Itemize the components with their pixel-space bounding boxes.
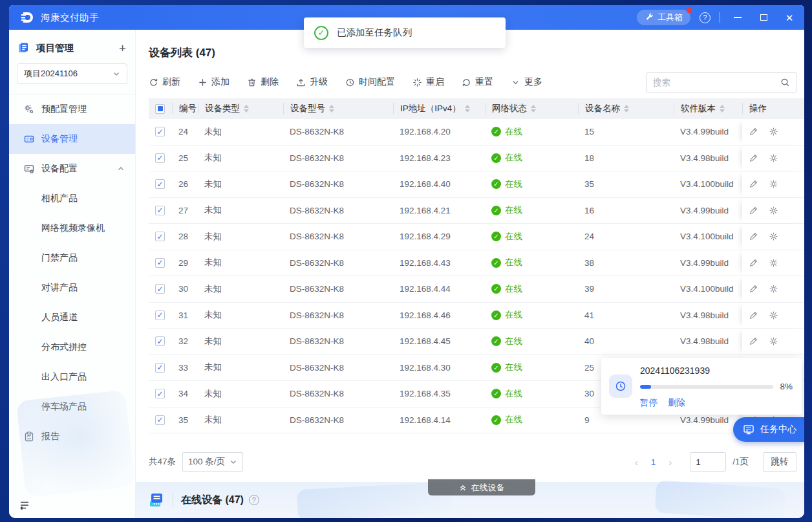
header-name[interactable]: 设备名称 bbox=[578, 103, 674, 114]
row-checkbox[interactable]: ✓ bbox=[155, 310, 165, 320]
close-icon: ✕ bbox=[785, 13, 794, 23]
edit-icon[interactable] bbox=[749, 232, 758, 241]
jump-button[interactable]: 跳转 bbox=[763, 452, 796, 472]
sidebar-subitem[interactable]: 相机产品 bbox=[9, 184, 135, 213]
sidebar-subitem[interactable]: 网络视频录像机 bbox=[9, 213, 135, 243]
row-checkbox[interactable]: ✓ bbox=[155, 258, 165, 268]
toolbox-button[interactable]: 工具箱 bbox=[637, 10, 690, 25]
row-checkbox[interactable]: ✓ bbox=[155, 389, 165, 398]
restart-button[interactable]: 重启 bbox=[412, 76, 444, 88]
cell-operations bbox=[742, 276, 804, 302]
edit-icon[interactable] bbox=[749, 258, 758, 268]
sort-icon[interactable] bbox=[465, 105, 470, 113]
header-ip[interactable]: IP地址（IPv4） bbox=[393, 103, 485, 114]
online-device-help-button[interactable]: ? bbox=[249, 495, 259, 505]
collapse-sidebar-button[interactable] bbox=[18, 499, 31, 512]
maximize-button[interactable] bbox=[755, 9, 772, 26]
delete-label: 删除 bbox=[261, 76, 279, 88]
edit-icon[interactable] bbox=[749, 206, 758, 215]
edit-icon[interactable] bbox=[749, 153, 758, 163]
row-checkbox[interactable]: ✓ bbox=[155, 415, 165, 425]
sidebar-subitem[interactable]: 人员通道 bbox=[9, 303, 135, 332]
row-checkbox[interactable]: ✓ bbox=[155, 363, 165, 373]
project-select[interactable]: 项目20241106 bbox=[17, 63, 127, 84]
app-logo-icon bbox=[19, 10, 35, 25]
header-type[interactable]: 设备类型 bbox=[198, 103, 283, 114]
search-icon[interactable] bbox=[780, 78, 790, 87]
sidebar-item-device-management[interactable]: 设备管理 bbox=[9, 124, 135, 154]
row-checkbox[interactable]: ✓ bbox=[155, 206, 165, 215]
sidebar-item-report[interactable]: 报告 bbox=[9, 422, 135, 451]
sidebar-item-preconfig[interactable]: 预配置管理 bbox=[9, 94, 135, 124]
upgrade-button[interactable]: 升级 bbox=[296, 76, 328, 88]
minimize-button[interactable] bbox=[729, 9, 746, 26]
refresh-button[interactable]: 刷新 bbox=[149, 76, 180, 88]
pause-task-link[interactable]: 暂停 bbox=[640, 397, 657, 409]
sort-icon[interactable] bbox=[329, 105, 334, 113]
row-checkbox[interactable]: ✓ bbox=[155, 127, 165, 136]
settings-gear-icon[interactable] bbox=[769, 310, 778, 320]
more-button[interactable]: 更多 bbox=[511, 76, 542, 88]
online-status-icon: ✓ bbox=[491, 336, 501, 346]
sidebar-subitem[interactable]: 门禁产品 bbox=[9, 243, 135, 273]
add-project-button[interactable]: + bbox=[119, 42, 126, 54]
settings-gear-icon[interactable] bbox=[769, 284, 778, 294]
settings-gear-icon[interactable] bbox=[769, 153, 778, 163]
row-checkbox[interactable]: ✓ bbox=[155, 336, 165, 346]
online-device-tab[interactable]: 在线设备 bbox=[428, 479, 535, 495]
sidebar-subitem[interactable]: 分布式拼控 bbox=[9, 332, 135, 362]
header-status[interactable]: 网络状态 bbox=[485, 103, 578, 114]
prev-page-button[interactable]: ‹ bbox=[632, 457, 641, 468]
task-center-button[interactable]: 任务中心 bbox=[733, 417, 804, 442]
help-button[interactable]: ? bbox=[700, 12, 710, 23]
settings-gear-icon[interactable] bbox=[769, 206, 778, 215]
row-checkbox[interactable]: ✓ bbox=[155, 232, 165, 241]
success-check-icon: ✓ bbox=[314, 26, 328, 40]
cell-no: 32 bbox=[172, 336, 198, 346]
reset-label: 重置 bbox=[475, 76, 493, 88]
sidebar-item-device-config[interactable]: 设备配置 bbox=[9, 154, 135, 184]
search-input[interactable] bbox=[653, 78, 780, 87]
sort-icon[interactable] bbox=[720, 105, 725, 113]
cell-status: ✓在线 bbox=[485, 388, 578, 400]
online-status-icon: ✓ bbox=[491, 258, 501, 268]
sort-icon[interactable] bbox=[624, 105, 629, 113]
add-button[interactable]: 添加 bbox=[198, 76, 230, 88]
cell-model: DS-8632N-K8 bbox=[283, 310, 393, 320]
header-version[interactable]: 软件版本 bbox=[674, 103, 742, 114]
settings-gear-icon[interactable] bbox=[769, 127, 778, 136]
edit-icon[interactable] bbox=[749, 310, 758, 320]
edit-icon[interactable] bbox=[749, 127, 758, 136]
delete-button[interactable]: 删除 bbox=[247, 76, 279, 88]
toolbox-label: 工具箱 bbox=[657, 12, 683, 23]
cell-no: 28 bbox=[172, 232, 198, 241]
sort-icon[interactable] bbox=[244, 105, 249, 113]
time-config-button[interactable]: 时间配置 bbox=[345, 76, 395, 88]
next-page-button[interactable]: › bbox=[666, 457, 674, 468]
settings-gear-icon[interactable] bbox=[769, 258, 778, 268]
page-size-select[interactable]: 100 条/页 bbox=[182, 452, 243, 472]
sidebar-subitem[interactable]: 对讲产品 bbox=[9, 273, 135, 303]
jump-page-input[interactable] bbox=[690, 452, 726, 472]
table-row: ✓ 28 未知 DS-8632N-K8 192.168.4.29 ✓在线 24 … bbox=[149, 224, 804, 250]
row-checkbox[interactable]: ✓ bbox=[155, 179, 165, 189]
row-checkbox[interactable]: ✓ bbox=[155, 284, 165, 294]
sidebar-subitem[interactable]: 停车场产品 bbox=[9, 392, 135, 422]
reset-button[interactable]: 重置 bbox=[462, 76, 493, 88]
edit-icon[interactable] bbox=[749, 284, 758, 294]
edit-icon[interactable] bbox=[749, 336, 758, 346]
delete-task-link[interactable]: 删除 bbox=[668, 397, 685, 409]
cell-version: V3.4.100build bbox=[674, 284, 742, 294]
sort-icon[interactable] bbox=[531, 105, 536, 113]
sidebar-subitem[interactable]: 出入口产品 bbox=[9, 362, 135, 392]
settings-gear-icon[interactable] bbox=[769, 336, 778, 346]
header-model[interactable]: 设备型号 bbox=[283, 103, 393, 114]
total-count: 共47条 bbox=[149, 456, 176, 468]
edit-icon[interactable] bbox=[749, 179, 758, 189]
settings-gear-icon[interactable] bbox=[769, 179, 778, 189]
row-checkbox[interactable]: ✓ bbox=[155, 153, 165, 163]
close-button[interactable]: ✕ bbox=[781, 9, 798, 26]
page-number[interactable]: 1 bbox=[647, 457, 660, 467]
settings-gear-icon[interactable] bbox=[769, 232, 778, 241]
select-all-checkbox[interactable] bbox=[155, 104, 165, 114]
